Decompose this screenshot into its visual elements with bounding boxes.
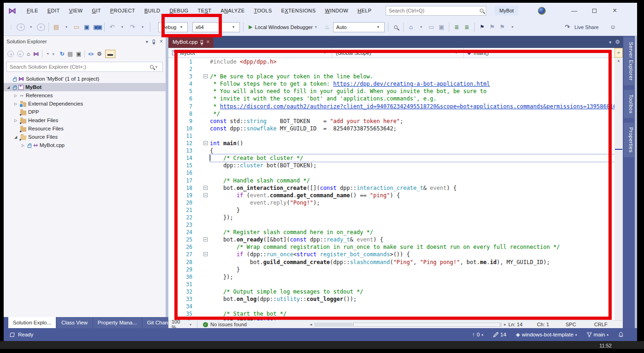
- expander-icon[interactable]: ◢: [13, 135, 18, 139]
- panel-options-icon[interactable]: ▾: [146, 39, 148, 44]
- menu-project[interactable]: PROJECT: [106, 6, 139, 15]
- scrollbar-thumb[interactable]: [353, 323, 500, 327]
- attach-to-process-button[interactable]: ⌂: [407, 22, 415, 32]
- document-tab-mybot-cpp[interactable]: MyBot.cpp ×: [168, 36, 214, 48]
- notifications-button[interactable]: [615, 332, 627, 338]
- pending-changes-button[interactable]: 14: [490, 332, 510, 337]
- spaces-indicator[interactable]: SPC: [566, 322, 594, 327]
- minimize-button[interactable]: —: [564, 4, 584, 17]
- se-back-icon[interactable]: ◄: [7, 51, 14, 57]
- new-project-button[interactable]: ▤: [52, 22, 60, 32]
- tree-item-source-files[interactable]: ◢Source Files: [4, 133, 166, 141]
- step-over-icon[interactable]: ▭: [427, 22, 435, 32]
- menu-build[interactable]: BUILD: [140, 6, 164, 15]
- tree-item-header-files[interactable]: ▷Header Files: [4, 116, 166, 124]
- start-debugging-button[interactable]: ▶ Local Windows Debugger ▾: [247, 22, 321, 32]
- close-button[interactable]: ×: [605, 4, 625, 17]
- solution-explorer-search-box[interactable]: ▾: [6, 62, 163, 72]
- navigate-back-button[interactable]: ◄: [17, 24, 25, 31]
- live-share-button[interactable]: Live Share: [574, 24, 599, 30]
- tree-item-resource-files[interactable]: Resource Files: [4, 124, 166, 133]
- push-commits-button[interactable]: ↑ 0 ▴: [469, 332, 487, 337]
- panel-tab-property-mana[interactable]: Property Mana...: [93, 317, 142, 328]
- search-icon[interactable]: [480, 9, 483, 12]
- avatar[interactable]: [538, 7, 546, 15]
- expander-icon[interactable]: ▷: [13, 118, 18, 123]
- collapse-all-icon[interactable]: ▤: [68, 51, 73, 57]
- view-code-icon[interactable]: <>: [88, 52, 94, 57]
- split-editor-handle[interactable]: ÷: [614, 48, 623, 58]
- attach-mode-dropdown[interactable]: Auto ▾: [333, 22, 385, 32]
- next-bookmark-icon[interactable]: ⚑: [498, 22, 507, 32]
- solution-explorer-search-input[interactable]: [10, 64, 150, 70]
- properties-wrench-icon[interactable]: ⚙: [97, 51, 102, 57]
- repository-button[interactable]: ◈ windows-bot-template ▴: [513, 331, 580, 338]
- preview-selected-items-toggle[interactable]: ▬: [105, 50, 115, 58]
- search-options-icon[interactable]: ▾: [155, 65, 160, 69]
- pin-tab-icon[interactable]: [201, 40, 203, 44]
- horizontal-scrollbar[interactable]: ◄ ►: [308, 321, 508, 328]
- search-icon[interactable]: [150, 65, 154, 69]
- expander-icon[interactable]: ▷: [13, 94, 18, 98]
- home-icon[interactable]: ⌂: [27, 51, 30, 57]
- find-in-files-button[interactable]: [392, 22, 400, 32]
- save-all-button[interactable]: ▣▣: [93, 22, 101, 32]
- account-button[interactable]: MyBot: [495, 6, 518, 15]
- expander-icon[interactable]: ▷: [13, 102, 18, 106]
- toolbar-grip[interactable]: ⋮: [6, 22, 15, 32]
- redo-button[interactable]: ↷: [128, 22, 137, 32]
- redo-dropdown-icon[interactable]: ▾: [138, 22, 147, 32]
- menu-help[interactable]: HELP: [353, 6, 376, 15]
- tree-item-mybot-cpp[interactable]: ▷++MyBot.cpp: [4, 141, 166, 149]
- quick-search-box[interactable]: [386, 6, 486, 16]
- indent-increase-icon[interactable]: ≣: [463, 22, 471, 32]
- tree-item-external-dependencies[interactable]: ▷External Dependencies: [4, 100, 166, 108]
- tree-item-dpp[interactable]: DPP: [4, 108, 166, 116]
- filter-dropdown-icon[interactable]: ▾: [53, 52, 57, 56]
- menu-extensions[interactable]: EXTENSIONS: [277, 6, 320, 15]
- side-tab-server-explorer[interactable]: Server Explorer: [624, 37, 634, 85]
- menu-git[interactable]: GIT: [88, 6, 105, 15]
- pending-changes-filter-icon[interactable]: ◔: [46, 51, 49, 57]
- panel-tab-solution-explo[interactable]: Solution Explo...: [8, 317, 56, 328]
- tree-item-solution-mybot-1-of-1-project[interactable]: ⋈Solution 'MyBot' (1 of 1 project): [4, 75, 166, 83]
- issues-indicator[interactable]: ✓ No issues found: [197, 322, 252, 327]
- navigate-forward-button[interactable]: ►: [37, 24, 45, 31]
- restore-button[interactable]: [584, 4, 605, 17]
- step-into-icon[interactable]: ▣: [437, 22, 446, 32]
- bookmark-button[interactable]: ⚑: [478, 22, 486, 32]
- feedback-icon[interactable]: ☺: [610, 24, 616, 30]
- tree-item-mybot[interactable]: ◢MyBot: [4, 83, 166, 91]
- undo-dropdown-icon[interactable]: ▾: [118, 22, 126, 32]
- branch-button[interactable]: main ▴: [584, 332, 612, 337]
- indent-decrease-icon[interactable]: ≣: [453, 22, 461, 32]
- menu-view[interactable]: VIEW: [65, 6, 87, 15]
- scroll-up-icon[interactable]: ▲: [614, 59, 623, 63]
- background-tasks-icon[interactable]: [10, 333, 15, 337]
- eol-indicator[interactable]: CRLF: [594, 322, 623, 327]
- close-tab-icon[interactable]: ×: [206, 39, 209, 45]
- refresh-icon[interactable]: ↻: [60, 51, 65, 57]
- scrollbar-track[interactable]: [314, 323, 502, 327]
- side-tab-toolbox[interactable]: Toolbox: [624, 90, 634, 118]
- editor-vertical-scrollbar[interactable]: ÷ ▲: [614, 48, 623, 320]
- switch-views-icon[interactable]: ⋈: [33, 51, 39, 57]
- hot-reload-icon[interactable]: ♨: [323, 22, 331, 32]
- open-file-button[interactable]: ▭: [72, 22, 81, 32]
- menu-edit[interactable]: EDIT: [43, 6, 64, 15]
- new-project-dropdown-icon[interactable]: ▾: [62, 22, 71, 32]
- panel-tab-class-view[interactable]: Class View: [57, 317, 92, 328]
- side-tab-properties[interactable]: Properties: [624, 123, 634, 157]
- undo-button[interactable]: ↶: [108, 22, 116, 32]
- tree-item-references[interactable]: ▷▪▪References: [4, 91, 166, 100]
- menu-window[interactable]: WINDOW: [321, 6, 352, 15]
- save-button[interactable]: ▣: [83, 22, 91, 32]
- menu-tools[interactable]: TOOLS: [250, 6, 276, 15]
- pin-icon[interactable]: [153, 40, 155, 44]
- navigate-back-dropdown-icon[interactable]: ▾: [27, 22, 35, 32]
- overflow-dropdown-icon[interactable]: ▾: [417, 22, 425, 32]
- editor-options-gear-icon[interactable]: ⚙: [615, 39, 620, 45]
- show-all-files-icon[interactable]: ▣: [76, 51, 81, 57]
- toolbar-overflow-icon[interactable]: ▾: [508, 22, 517, 32]
- scroll-left-icon[interactable]: ◄: [308, 323, 314, 327]
